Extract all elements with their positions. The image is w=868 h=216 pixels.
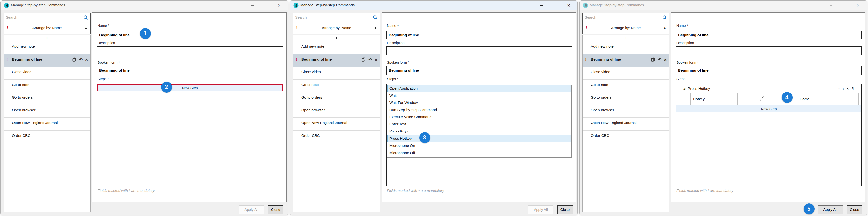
search-input[interactable]: Search	[583, 13, 669, 22]
step-type-option[interactable]: Enter Text	[388, 121, 571, 128]
spoken-form-field[interactable]: Beginning of line	[676, 66, 862, 75]
command-list-item[interactable]: Go to note	[583, 80, 669, 93]
command-list-item[interactable]: Close video	[583, 67, 669, 80]
command-list-item[interactable]: Close video	[4, 67, 90, 80]
press-hotkey-step-header[interactable]: ◢Press Hotkey↑↓×↰	[676, 86, 862, 93]
command-list-item[interactable]: Open New England Journal	[293, 118, 380, 130]
duplicate-icon[interactable]	[361, 57, 366, 63]
command-list-item[interactable]: Add new note	[583, 41, 669, 54]
command-list-item[interactable]: Open browser	[4, 105, 90, 118]
command-list-item[interactable]: Order CBC	[4, 130, 90, 143]
command-list-item-selected[interactable]: !Beginning of line↶×	[4, 54, 90, 67]
delete-icon[interactable]: ×	[664, 57, 667, 62]
step-type-option-highlighted[interactable]: Press Hotkey	[388, 135, 571, 142]
search-icon[interactable]	[83, 15, 89, 20]
description-field[interactable]	[676, 47, 862, 55]
step-type-option[interactable]: Microphone On	[388, 142, 571, 149]
description-field[interactable]	[386, 47, 572, 55]
command-list-item[interactable]: Go to note	[293, 80, 380, 93]
titlebar[interactable]: Manage Step-by-step Commands×	[1, 1, 288, 10]
callout-badge-4: 4	[782, 92, 793, 103]
command-form-panel: Name *Beginning of lineDescriptionSpoken…	[92, 12, 286, 203]
step-type-option[interactable]: Wait For Window	[388, 99, 571, 106]
new-step-button[interactable]: New Step	[676, 105, 862, 112]
step-type-option[interactable]: Wait	[388, 92, 571, 99]
minimize-button[interactable]	[245, 1, 259, 10]
close-window-button[interactable]: ×	[851, 1, 865, 10]
step-type-option[interactable]: Press Keys	[388, 128, 571, 135]
spoken-form-field[interactable]: Beginning of line	[97, 66, 283, 75]
name-field[interactable]: Beginning of line	[386, 31, 572, 39]
step-type-option[interactable]: Microphone Off	[388, 149, 571, 156]
delete-icon[interactable]: ×	[375, 57, 377, 62]
command-list-item[interactable]: Add new note	[293, 41, 380, 54]
close-button[interactable]: Close	[557, 205, 573, 214]
command-list-item[interactable]: Order CBC	[293, 130, 380, 143]
search-icon[interactable]	[373, 15, 378, 20]
close-window-button[interactable]: ×	[562, 1, 576, 10]
command-list-item[interactable]: Go to orders	[293, 92, 380, 105]
collapse-expander-icon[interactable]: ◢	[683, 87, 685, 90]
move-down-icon[interactable]: ↓	[842, 87, 844, 91]
minimize-button[interactable]	[824, 1, 838, 10]
maximize-button[interactable]	[838, 1, 851, 10]
spoken-form-field[interactable]: Beginning of line	[386, 66, 572, 75]
search-input[interactable]: Search	[4, 13, 91, 22]
add-command-button[interactable]: +	[4, 35, 91, 41]
command-list-item[interactable]: Go to orders	[4, 92, 90, 105]
close-button[interactable]: Close	[268, 205, 283, 214]
command-list-item[interactable]: Open New England Journal	[583, 118, 669, 130]
command-list: Add new note!Beginning of line↶×Close vi…	[583, 41, 669, 212]
command-name: Go to orders	[301, 95, 322, 99]
name-field[interactable]: Beginning of line	[97, 31, 283, 39]
minimize-button[interactable]	[535, 1, 548, 10]
add-command-button[interactable]: +	[293, 35, 380, 41]
command-list-item[interactable]: Open browser	[293, 105, 380, 118]
duplicate-icon[interactable]	[72, 57, 76, 63]
command-list-item-selected[interactable]: !Beginning of line↶×	[583, 54, 669, 67]
apply-all-button[interactable]: Apply All	[818, 205, 843, 214]
delete-step-icon[interactable]: ×	[847, 87, 849, 91]
move-up-icon[interactable]: ↑	[838, 87, 840, 91]
window-title: Manage Step-by-step Commands	[11, 3, 65, 7]
add-command-button[interactable]: +	[583, 35, 669, 41]
search-placeholder: Search	[6, 15, 18, 19]
hotkey-value[interactable]: Home	[787, 93, 859, 105]
maximize-button[interactable]	[259, 1, 273, 10]
step-type-list: Open ApplicationWaitWait For WindowRun S…	[387, 85, 571, 158]
arrange-by-button[interactable]: !Arrange by: Name▲	[4, 22, 91, 34]
search-input[interactable]: Search	[293, 13, 380, 22]
new-step-button[interactable]: New Step	[97, 84, 283, 91]
arrange-by-button[interactable]: !Arrange by: Name▲	[583, 22, 669, 34]
undo-step-icon[interactable]: ↰	[851, 86, 854, 91]
arrange-by-button[interactable]: !Arrange by: Name▲	[293, 22, 380, 34]
step-type-option[interactable]: Execute Voice Command	[388, 113, 571, 121]
command-list-item[interactable]: Open browser	[583, 105, 669, 118]
command-name: Go to note	[591, 83, 608, 87]
undo-icon[interactable]: ↶	[658, 57, 661, 62]
maximize-button[interactable]	[548, 1, 562, 10]
description-field[interactable]	[97, 47, 283, 55]
close-window-button[interactable]: ×	[273, 1, 286, 10]
command-list-item[interactable]: Add new note	[4, 41, 90, 54]
caption-buttons: ×	[535, 1, 576, 10]
command-list-item-selected[interactable]: !Beginning of line↶×	[293, 54, 380, 67]
command-list-item[interactable]: Open New England Journal	[4, 118, 90, 130]
dragon-app-icon	[4, 3, 9, 8]
command-list-item[interactable]: Order CBC	[583, 130, 669, 143]
step-type-option[interactable]: Run Step-by-step Command	[388, 106, 571, 114]
undo-icon[interactable]: ↶	[369, 57, 372, 62]
command-list-item[interactable]: Go to orders	[583, 92, 669, 105]
delete-icon[interactable]: ×	[85, 57, 88, 62]
command-list-item[interactable]: Close video	[293, 67, 380, 80]
name-field[interactable]: Beginning of line	[676, 31, 862, 39]
duplicate-icon[interactable]	[651, 57, 655, 63]
step-type-option-highlighted[interactable]: Open Application	[388, 85, 571, 92]
close-button[interactable]: Close	[847, 205, 862, 214]
edit-hotkey-button[interactable]	[738, 93, 787, 105]
undo-icon[interactable]: ↶	[79, 57, 83, 62]
command-list-item[interactable]: Go to note	[4, 80, 90, 93]
search-icon[interactable]	[662, 15, 668, 20]
titlebar[interactable]: Manage Step-by-step Commands×	[290, 1, 578, 10]
titlebar[interactable]: Manage Step-by-step Commands×	[580, 1, 867, 10]
